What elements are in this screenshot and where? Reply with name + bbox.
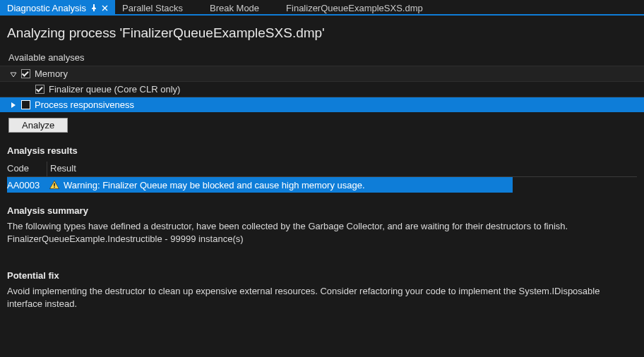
column-header-result[interactable]: Result: [47, 162, 637, 176]
column-header-code[interactable]: Code: [7, 162, 47, 176]
pin-icon[interactable]: [90, 4, 97, 11]
checkbox-finalizer[interactable]: [35, 85, 44, 94]
results-header: Code Result: [7, 162, 637, 177]
result-row[interactable]: AA0003 Warning: Finalizer Queue may be b…: [7, 177, 513, 193]
tree-row-process-responsiveness[interactable]: Process responsiveness: [0, 97, 644, 112]
available-analyses-label: Available analyses: [0, 51, 644, 66]
checkbox-responsiveness[interactable]: [21, 100, 30, 109]
summary-heading: Analysis summary: [0, 193, 644, 220]
tree-item-label: Memory: [35, 68, 68, 79]
warning-icon: [49, 180, 59, 190]
fix-text: Avoid implementing the destructor to cle…: [0, 285, 644, 310]
page-title: Analyzing process 'FinalizerQueueExample…: [0, 25, 644, 51]
tree-item-label: Finalizer queue (Core CLR only): [49, 84, 180, 95]
tab-break-mode[interactable]: Break Mode: [203, 0, 266, 14]
result-code: AA0003: [7, 180, 47, 190]
analyze-button[interactable]: Analyze: [8, 118, 68, 133]
checkbox-memory[interactable]: [21, 69, 30, 78]
close-icon[interactable]: [102, 5, 108, 11]
expander-icon[interactable]: [10, 102, 17, 109]
tab-bar: Diagnostic Analysis Parallel Stacks Brea…: [0, 0, 644, 16]
tab-label: Parallel Stacks: [122, 3, 183, 13]
tree-row-finalizer-queue[interactable]: Finalizer queue (Core CLR only): [0, 81, 644, 97]
svg-rect-1: [54, 187, 54, 188]
tab-dump-file[interactable]: FinalizerQueueExampleSXS.dmp: [279, 0, 430, 14]
result-text: Warning: Finalizer Queue may be blocked …: [64, 180, 365, 190]
summary-text-2: FinalizerQueueExample.Indestructible - 9…: [0, 233, 644, 246]
tab-label: Diagnostic Analysis: [7, 3, 86, 13]
fix-heading: Potential fix: [0, 245, 644, 285]
tab-label: Break Mode: [210, 3, 259, 13]
tab-label: FinalizerQueueExampleSXS.dmp: [286, 3, 423, 13]
svg-rect-0: [54, 183, 54, 186]
results-heading: Analysis results: [0, 133, 644, 160]
tree-item-label: Process responsiveness: [35, 99, 134, 110]
summary-text-1: The following types have defined a destr…: [0, 220, 644, 233]
tab-diagnostic-analysis[interactable]: Diagnostic Analysis: [0, 0, 115, 14]
tab-parallel-stacks[interactable]: Parallel Stacks: [115, 0, 190, 14]
analysis-tree: Memory Finalizer queue (Core CLR only) P…: [0, 66, 644, 112]
main-content: Analyzing process 'FinalizerQueueExample…: [0, 16, 644, 310]
expander-icon[interactable]: [10, 71, 17, 78]
tree-row-memory[interactable]: Memory: [0, 66, 644, 81]
results-table: Code Result AA0003 Warning: Finalizer Qu…: [7, 162, 637, 193]
